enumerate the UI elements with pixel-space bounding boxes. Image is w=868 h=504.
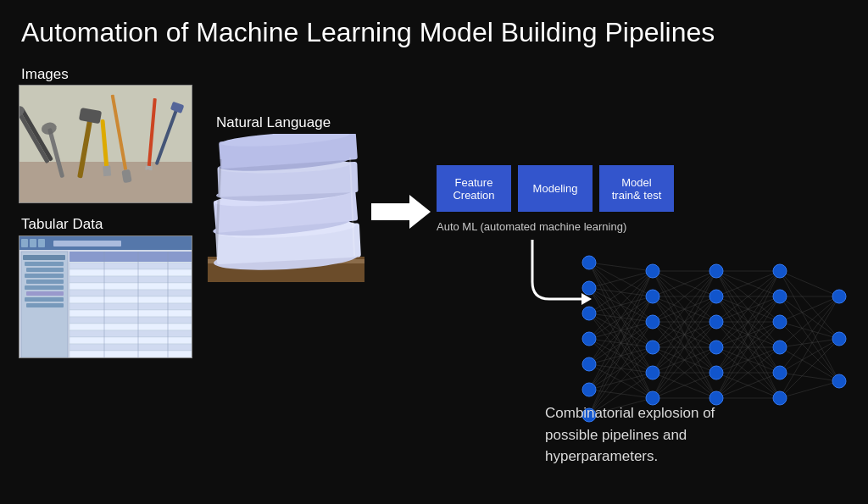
svg-point-216 (709, 290, 723, 303)
svg-rect-10 (145, 166, 152, 171)
svg-point-203 (582, 281, 596, 295)
books-image (208, 134, 364, 282)
automl-boxes: Feature Creation Modeling Model train& t… (437, 165, 674, 212)
model-train-test-box: Model train& test (599, 165, 674, 212)
svg-rect-30 (26, 291, 64, 296)
automl-label: Auto ML (automated machine learning) (437, 220, 626, 233)
svg-line-100 (589, 271, 653, 390)
svg-point-202 (582, 256, 596, 269)
tabular-label: Tabular Data (21, 216, 103, 233)
svg-rect-36 (70, 269, 192, 276)
svg-point-219 (709, 366, 723, 379)
svg-line-188 (780, 296, 839, 339)
svg-rect-48 (70, 351, 192, 357)
svg-line-196 (780, 296, 839, 373)
svg-point-225 (773, 366, 787, 379)
svg-rect-37 (70, 276, 192, 283)
svg-rect-39 (70, 290, 192, 296)
svg-point-217 (709, 315, 723, 329)
svg-line-108 (589, 322, 653, 415)
svg-rect-29 (25, 285, 64, 290)
slide-container: Automation of Machine Learning Model Bui… (0, 0, 868, 504)
svg-rect-25 (25, 262, 64, 266)
svg-line-198 (780, 373, 839, 381)
svg-rect-45 (70, 330, 192, 337)
svg-line-191 (780, 322, 839, 339)
svg-point-215 (709, 264, 723, 278)
svg-rect-40 (70, 296, 192, 303)
svg-line-193 (780, 296, 839, 347)
svg-rect-28 (26, 280, 64, 284)
svg-rect-46 (70, 337, 192, 344)
bottom-text: Combinatorial explosion of possible pipe… (545, 402, 715, 468)
svg-rect-19 (21, 239, 28, 247)
svg-rect-34 (70, 252, 192, 262)
svg-rect-47 (70, 344, 192, 351)
svg-rect-38 (70, 283, 192, 290)
tabular-image (19, 235, 192, 358)
svg-rect-41 (70, 303, 192, 310)
svg-point-218 (709, 341, 723, 354)
bottom-text-line1: Combinatorial explosion of (545, 402, 715, 424)
svg-line-94 (589, 271, 653, 364)
svg-point-226 (773, 391, 787, 405)
svg-point-206 (582, 357, 596, 371)
svg-point-213 (646, 366, 659, 379)
svg-rect-22 (53, 241, 121, 246)
svg-rect-42 (70, 310, 192, 317)
bottom-text-line3: hyperparameters. (545, 446, 715, 468)
images-label: Images (21, 66, 69, 83)
svg-line-106 (589, 271, 653, 415)
main-title: Automation of Machine Learning Model Bui… (0, 0, 868, 57)
svg-rect-27 (25, 274, 64, 278)
svg-point-204 (582, 307, 596, 320)
svg-point-221 (773, 264, 787, 278)
svg-line-197 (780, 339, 839, 373)
svg-rect-16 (103, 165, 111, 176)
svg-point-211 (646, 315, 659, 329)
svg-point-207 (582, 383, 596, 396)
svg-point-227 (832, 290, 846, 303)
svg-rect-32 (26, 303, 64, 307)
svg-line-186 (780, 271, 839, 381)
svg-line-199 (780, 296, 839, 398)
arrow-right (371, 191, 431, 236)
svg-rect-21 (38, 239, 45, 247)
svg-line-192 (780, 322, 839, 381)
svg-line-201 (780, 381, 839, 398)
feature-creation-box: Feature Creation (437, 165, 511, 212)
svg-line-185 (780, 271, 839, 339)
natural-language-label: Natural Language (216, 114, 331, 131)
bottom-text-line2: possible pipelines and (545, 424, 715, 446)
tools-image (19, 85, 192, 203)
svg-line-194 (780, 339, 839, 347)
svg-point-224 (773, 341, 787, 354)
svg-rect-26 (26, 268, 64, 272)
svg-marker-68 (371, 195, 431, 229)
svg-point-209 (646, 264, 659, 278)
svg-point-222 (773, 290, 787, 303)
svg-rect-24 (23, 255, 65, 260)
svg-rect-43 (70, 317, 192, 324)
svg-line-184 (780, 271, 839, 296)
svg-point-228 (832, 332, 846, 346)
svg-rect-20 (30, 239, 36, 247)
modeling-box: Modeling (518, 165, 593, 212)
svg-rect-31 (25, 297, 64, 302)
svg-rect-44 (70, 324, 192, 330)
svg-point-210 (646, 290, 659, 303)
svg-point-223 (773, 315, 787, 329)
svg-rect-35 (70, 263, 192, 269)
svg-point-205 (582, 332, 596, 346)
svg-line-70 (589, 263, 653, 271)
svg-point-229 (832, 374, 846, 388)
svg-point-212 (646, 341, 659, 354)
